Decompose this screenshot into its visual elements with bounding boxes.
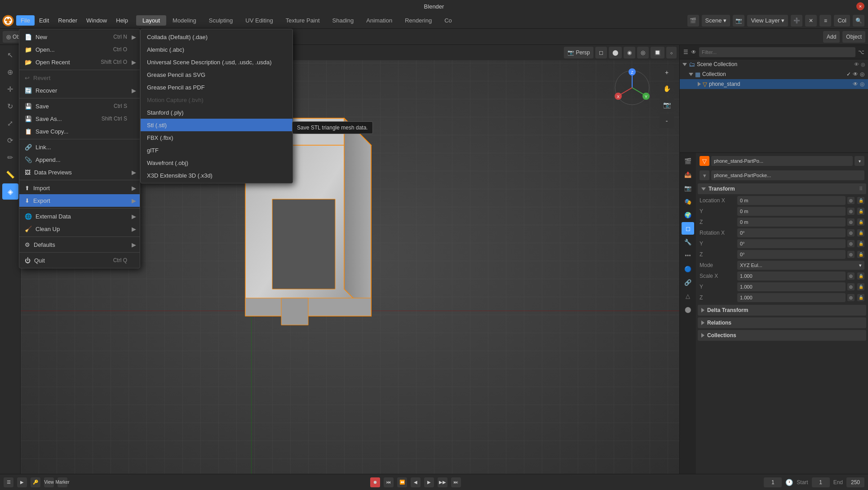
tl-record[interactable]: ⏺: [370, 477, 380, 487]
props-constraint[interactable]: 🔗: [682, 276, 694, 289]
loc-z-lock[interactable]: 🔒: [857, 218, 864, 226]
menu-window[interactable]: Window: [82, 15, 111, 26]
transform-options[interactable]: ⠿: [859, 186, 863, 192]
rot-z-animate[interactable]: ◎: [847, 251, 855, 258]
loc-z-animate[interactable]: ◎: [847, 218, 855, 226]
file-open[interactable]: 📁 Open... Ctrl O: [19, 43, 140, 56]
outliner-search[interactable]: [699, 47, 855, 57]
vp-zoom-in[interactable]: +: [660, 65, 674, 80]
props-render[interactable]: 🎬: [682, 155, 694, 167]
export-alembic[interactable]: Alembic (.abc): [141, 43, 292, 56]
sidebar-move[interactable]: ✛: [2, 81, 18, 97]
file-link[interactable]: 🔗 Link...: [19, 141, 140, 153]
tab-shading[interactable]: Shading: [326, 15, 360, 26]
sidebar-transform[interactable]: ⟳: [2, 132, 18, 148]
rotation-z-field[interactable]: 0°: [737, 250, 846, 259]
object-props-btn[interactable]: ▾: [855, 156, 864, 166]
vp-zoom-out[interactable]: -: [660, 114, 674, 128]
tab-rendering[interactable]: Rendering: [399, 15, 438, 26]
props-object[interactable]: ◻: [682, 222, 694, 235]
relations-header[interactable]: Relations: [698, 317, 866, 328]
file-append[interactable]: 📎 Append...: [19, 153, 140, 166]
file-save[interactable]: 💾 Save Ctrl S: [19, 100, 140, 112]
rot-y-animate[interactable]: ◎: [847, 240, 855, 247]
props-scene[interactable]: 🎭: [682, 195, 694, 208]
sidebar-select[interactable]: ↖: [2, 47, 18, 63]
object-btn[interactable]: Object: [842, 31, 865, 43]
object-name-field[interactable]: phone_stand-PartPo...: [711, 156, 853, 166]
tl-marker[interactable]: Marker: [58, 477, 67, 487]
vp-xray[interactable]: ⬦: [666, 47, 677, 58]
location-z-field[interactable]: 0 m: [737, 218, 846, 227]
sidebar-measure[interactable]: 📏: [2, 166, 18, 183]
export-gpencil-svg[interactable]: Grease Pencil as SVG: [141, 68, 292, 81]
sidebar-cursor[interactable]: ⊕: [2, 64, 18, 80]
vp-overlay[interactable]: 🔲: [651, 47, 664, 58]
file-data-previews[interactable]: 🖼 Data Previews ▶: [19, 166, 140, 178]
tl-prev[interactable]: ◀: [411, 477, 421, 487]
vp-shading-mat[interactable]: ◉: [624, 47, 635, 58]
export-gltf[interactable]: glTF: [141, 144, 292, 156]
sidebar-scale[interactable]: ⤢: [2, 115, 18, 131]
file-save-as[interactable]: 💾 Save As... Shift Ctrl S: [19, 112, 140, 125]
props-material[interactable]: ⬤: [682, 303, 694, 316]
mesh-name-field[interactable]: phone_stand-PartPocke...: [711, 170, 864, 180]
outliner-toggle[interactable]: ≡: [819, 15, 831, 27]
scale-z-lock[interactable]: 🔒: [857, 294, 864, 301]
scene-col-expand[interactable]: [682, 63, 687, 66]
rotation-mode-field[interactable]: XYZ Eul... ▾: [737, 261, 864, 270]
rotation-x-field[interactable]: 0°: [737, 228, 846, 237]
tab-layout[interactable]: Layout: [136, 15, 166, 26]
export-fbx[interactable]: FBX (.fbx): [141, 131, 292, 144]
tab-sculpting[interactable]: Sculpting: [203, 15, 239, 26]
props-particles[interactable]: •••: [682, 249, 694, 262]
sidebar-annotate[interactable]: ✏: [2, 149, 18, 165]
rot-z-lock[interactable]: 🔒: [857, 251, 864, 258]
rot-x-lock[interactable]: 🔒: [857, 229, 864, 236]
phone-stand-eye[interactable]: 👁: [853, 81, 858, 87]
tl-view[interactable]: View: [44, 477, 54, 487]
vp-pan[interactable]: ✋: [660, 81, 674, 96]
add-btn[interactable]: Add: [823, 31, 840, 43]
viewport-divider[interactable]: [676, 45, 679, 474]
scale-x-lock[interactable]: 🔒: [857, 272, 864, 280]
scale-x-field[interactable]: 1.000: [737, 272, 846, 281]
transform-header[interactable]: Transform ⠿: [698, 183, 866, 194]
file-open-recent[interactable]: 📂 Open Recent Shift Ctrl O ▶: [19, 56, 140, 68]
file-recover[interactable]: 🔄 Recover ▶: [19, 84, 140, 97]
close-button[interactable]: ×: [856, 2, 864, 10]
export-stl[interactable]: Stl (.stl): [141, 119, 292, 131]
file-defaults[interactable]: ⚙ Defaults ▶: [19, 238, 140, 251]
menu-file[interactable]: File: [16, 15, 35, 26]
tl-menu[interactable]: ☰: [4, 477, 13, 487]
close-header-icon[interactable]: ✕: [805, 15, 817, 27]
tl-skip-fwd[interactable]: ⏭: [451, 477, 461, 487]
col-dropdown[interactable]: Col: [834, 15, 850, 27]
file-save-copy[interactable]: 📋 Save Copy...: [19, 125, 140, 138]
props-view-layer[interactable]: 📷: [682, 182, 694, 194]
tl-keying[interactable]: 🔑: [31, 477, 40, 487]
props-data[interactable]: △: [682, 290, 694, 302]
collection-row[interactable]: ▦ Collection ✓ 👁 ◎: [680, 69, 868, 79]
rot-x-animate[interactable]: ◎: [847, 229, 855, 236]
scale-z-animate[interactable]: ◎: [847, 294, 855, 301]
collection-expand[interactable]: [689, 73, 693, 76]
tab-uv-editing[interactable]: UV Editing: [239, 15, 279, 26]
export-gpencil-pdf[interactable]: Grease Pencil as PDF: [141, 81, 292, 94]
phone-stand-cam[interactable]: ◎: [860, 81, 864, 87]
scale-y-animate[interactable]: ◎: [847, 283, 855, 290]
location-y-field[interactable]: 0 m: [737, 207, 846, 216]
menu-render[interactable]: Render: [53, 15, 82, 26]
tl-prev-frame[interactable]: ⏪: [397, 477, 407, 487]
vp-cam[interactable]: 📷: [660, 98, 674, 112]
sidebar-rotate[interactable]: ↻: [2, 98, 18, 114]
file-quit[interactable]: ⏻ Quit Ctrl Q: [19, 254, 140, 267]
loc-x-animate[interactable]: ◎: [847, 197, 855, 204]
scene-col-eye[interactable]: 👁: [854, 62, 859, 67]
scale-z-field[interactable]: 1.000: [737, 293, 846, 302]
menu-help[interactable]: Help: [111, 15, 133, 26]
menu-edit[interactable]: Edit: [35, 15, 53, 26]
loc-y-lock[interactable]: 🔒: [857, 208, 864, 215]
props-physics[interactable]: 🔵: [682, 263, 694, 275]
phone-stand-expand[interactable]: [698, 82, 701, 86]
